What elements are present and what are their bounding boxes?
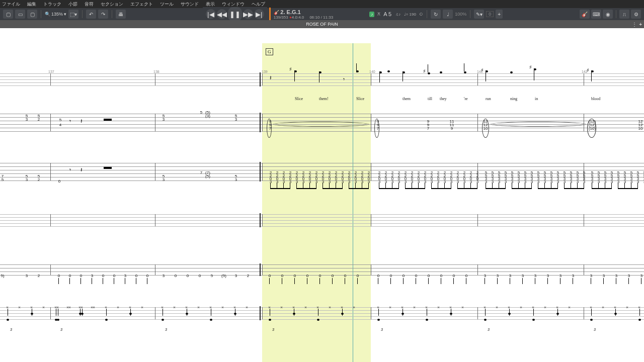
tab-fret: 3 [468, 179, 473, 184]
menu-file[interactable]: ファイル [2, 1, 20, 8]
fretboard-button[interactable]: 🎸 [580, 10, 590, 19]
tab-fret: 0 [101, 274, 106, 278]
tab-fret: 3 [396, 179, 401, 184]
mixer-button[interactable]: ⎍ [619, 10, 629, 19]
note-duration-button[interactable]: ♩ [443, 10, 453, 19]
tab-fret: 3 [390, 179, 395, 184]
tab-fret: 3 [275, 179, 280, 184]
panel-right-button[interactable]: ▢ [27, 10, 37, 19]
tab-fret: 3 [360, 179, 365, 184]
menu-bar[interactable]: 小節 [68, 1, 77, 8]
tab-fret: 3 [503, 179, 508, 184]
tab-fret: 3 [340, 179, 345, 184]
whole-rest [104, 119, 112, 121]
tab-fret: 3 [533, 274, 538, 278]
tempo-value: 190 [410, 12, 416, 17]
lyric-word: till [428, 97, 432, 101]
transpose-value[interactable]: 0 [486, 11, 494, 17]
skip-start-button[interactable]: |◀ [206, 9, 216, 19]
tab-fret: 0 [330, 274, 335, 278]
pitch-display: A 5 [383, 11, 391, 17]
forward-button[interactable]: ▶▶ [243, 9, 253, 19]
keyboard-button[interactable]: ⌨ [591, 10, 601, 19]
tab-fret: 0 [56, 274, 61, 278]
lyric-word: them [403, 97, 411, 101]
score-viewport[interactable]: G 137 138 139 140 141 142 𝄽 ♯ 𝄾 ♯ ♯ ♯ ♯ … [0, 28, 644, 362]
tuning-fork-icon[interactable]: ⚻ [377, 12, 380, 17]
guitar-icon: 🎸 [274, 10, 279, 15]
menu-effect[interactable]: エフェクト [130, 1, 153, 8]
menu-track[interactable]: トラック [43, 1, 61, 8]
tab-fret: 3 [523, 179, 528, 184]
tab-fret: 3 [520, 274, 525, 278]
menu-help[interactable]: ヘルプ [252, 1, 265, 8]
tab-fret: 3 [436, 179, 441, 184]
transpose-button[interactable]: ✎▾ [474, 10, 484, 19]
panel-left-button[interactable]: ▢ [3, 10, 13, 19]
tab-fret: 0 [451, 274, 456, 278]
tab-fret: 3 [639, 274, 644, 278]
tab-fret: 3 [603, 179, 608, 184]
tab-fret: 0 [67, 274, 72, 278]
tab-fret: 3 [281, 179, 286, 184]
fit-width-button[interactable]: ⬚▾ [68, 10, 78, 19]
tab-fret: 3 [416, 179, 421, 184]
menu-sound[interactable]: サウンド [181, 1, 199, 8]
tab-fret: 3 [516, 179, 521, 184]
tab-fret: 3 [536, 179, 541, 184]
bar-number: 139 [262, 70, 268, 73]
tab-fret: 3 [442, 179, 447, 184]
tab-fret: 3 [495, 274, 500, 278]
chevron-down-icon: ▾ [64, 12, 66, 17]
zoom-value: 135% [51, 12, 63, 17]
tab-fret: 3 [596, 179, 601, 184]
title-add-icon[interactable]: + [639, 22, 642, 27]
settings-button[interactable]: ⚙ [631, 10, 641, 19]
tab-fret: 0 [376, 274, 381, 278]
tab-fret: 3 [545, 274, 550, 278]
rewind-button[interactable]: ◀◀ [217, 9, 227, 19]
lyric-word: 're [464, 97, 468, 101]
note-icon: ♫♪ [395, 12, 400, 17]
tab-fret: 3 [510, 179, 515, 184]
undo-button[interactable]: ↶ [86, 10, 96, 19]
speed-percent[interactable]: 100% [455, 12, 466, 17]
tab-fret: 3 [429, 179, 434, 184]
tab-fret: 3 [542, 179, 547, 184]
tab-fret: 3 [327, 179, 332, 184]
tab-fret: 0 [414, 274, 419, 278]
tab-fret: 3 [490, 179, 495, 184]
drum-staff [0, 307, 644, 320]
tab-fret: 3 [90, 274, 95, 278]
drumpad-button[interactable]: ◉ [603, 10, 613, 19]
menu-view[interactable]: 表示 [206, 1, 215, 8]
panel-bottom-button[interactable]: ▭ [15, 10, 25, 19]
track-color-indicator [269, 8, 271, 21]
title-options-icon[interactable]: ⋮ [632, 22, 637, 27]
tab-fret: 3 [123, 274, 128, 278]
tab-fret: 3 [314, 179, 319, 184]
tab-fret: 3 [353, 179, 358, 184]
play-pause-button[interactable]: ❚❚ [228, 7, 242, 21]
menu-window[interactable]: ウィンドウ [222, 1, 245, 8]
tab-fret: 0 [464, 274, 469, 278]
menu-note[interactable]: 音符 [85, 1, 94, 8]
tab-fret: 5 [209, 274, 214, 278]
transpose-up-button[interactable]: + [496, 10, 503, 19]
menu-tool[interactable]: ツール [160, 1, 174, 8]
tab-fret: 0 [401, 274, 406, 278]
lyric-word: Slice [356, 97, 364, 101]
tab-fret: 3 [626, 274, 631, 278]
bar-position: 139/353 [274, 15, 288, 20]
menu-section[interactable]: セクション [101, 1, 123, 8]
print-button[interactable]: 🖶 [116, 10, 126, 19]
skip-end-button[interactable]: ▶| [254, 9, 264, 19]
menu-edit[interactable]: 編集 [27, 1, 36, 8]
song-title: ROSE OF PAIN [306, 22, 338, 27]
bar-number: 137 [48, 70, 54, 73]
zoom-control[interactable]: 🔍 135% ▾ [45, 12, 66, 17]
redo-button[interactable]: ↷ [98, 10, 108, 19]
tuning-badge[interactable]: ♪ [369, 12, 374, 17]
metronome-icon[interactable]: ⏲ [419, 12, 423, 17]
loop-button[interactable]: ↻ [431, 10, 441, 19]
